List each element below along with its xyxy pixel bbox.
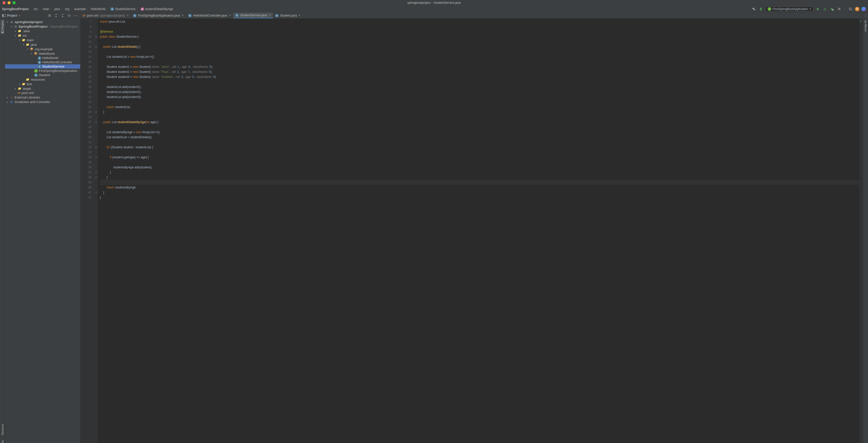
window-close-icon[interactable] — [2, 1, 5, 4]
right-tool-stripe: m Maven — [863, 19, 868, 443]
expand-all-icon[interactable] — [54, 13, 59, 18]
close-icon[interactable]: ✕ — [269, 13, 271, 17]
select-opened-file-icon[interactable] — [47, 13, 52, 18]
tree-node-selected: cStudentService — [5, 64, 80, 69]
java-class-icon: c — [133, 14, 136, 18]
tab-list-icon[interactable]: ⋮ — [863, 12, 868, 18]
tab-pom[interactable]: m pom.xml (springbootproject) ✕ — [81, 12, 131, 18]
svg-rect-15 — [1, 32, 3, 33]
svg-rect-16 — [1, 30, 3, 32]
svg-rect-11 — [3, 14, 5, 17]
svg-point-13 — [49, 15, 50, 16]
close-icon[interactable]: ✕ — [182, 14, 184, 17]
svg-point-14 — [68, 15, 70, 16]
code-with-me-icon[interactable] — [751, 6, 756, 11]
window-minimize-icon[interactable] — [7, 1, 10, 4]
structure-tool-button[interactable]: Structure — [1, 424, 4, 435]
project-tool-button[interactable]: Project — [0, 20, 4, 34]
svg-rect-7 — [838, 8, 840, 10]
avatar[interactable]: G — [855, 7, 860, 11]
java-class-icon: c — [188, 14, 192, 18]
left-tool-stripe: Project Structure ks — [0, 19, 5, 443]
maven-tool-button[interactable]: m Maven — [864, 20, 868, 33]
java-class-icon: c — [275, 14, 279, 18]
spring-icon — [768, 7, 771, 11]
close-icon[interactable]: ✕ — [229, 14, 231, 17]
stop-button[interactable] — [837, 6, 842, 11]
svg-rect-6 — [832, 9, 834, 10]
editor-tabs: m pom.xml (springbootproject) ✕ c FirstS… — [81, 12, 868, 18]
java-class-icon: c — [235, 13, 239, 17]
run-button[interactable] — [815, 6, 820, 11]
window-zoom-icon[interactable] — [12, 1, 16, 4]
svg-rect-10 — [2, 14, 3, 17]
debug-button[interactable] — [823, 6, 828, 11]
maven-icon: m — [83, 13, 86, 18]
breadcrumb[interactable]: SpringBootProject 〉 src 〉 main 〉 java 〉 … — [2, 7, 173, 11]
build-icon[interactable] — [758, 6, 763, 11]
close-icon[interactable]: ✕ — [126, 14, 129, 17]
tab-service[interactable]: c StudentService.java ✕ — [233, 12, 273, 18]
project-view-header[interactable]: Project ▾ — — [0, 12, 81, 18]
svg-line-9 — [851, 9, 852, 10]
gutter[interactable]: 7891011121314151617181920212223242526272… — [81, 19, 94, 443]
navigation-bar: SpringBootProject 〉 src 〉 main 〉 java 〉 … — [0, 5, 868, 12]
code-area[interactable]: import java.util.List; @Servicepublic cl… — [98, 19, 860, 443]
spring-icon — [34, 69, 38, 73]
hide-icon[interactable]: — — [73, 13, 78, 18]
svg-point-0 — [752, 8, 754, 9]
check-icon: ✔ — [860, 20, 862, 23]
gear-icon[interactable] — [67, 13, 72, 18]
tab-app[interactable]: c FirstSpringBootApplication.java ✕ — [131, 12, 186, 18]
ide-settings-icon[interactable] — [862, 7, 866, 11]
main-area: Project Structure ks ▾▤springbootproject… — [0, 19, 868, 443]
toolbar-row: Project ▾ — m pom.xml (springbootproject… — [0, 12, 868, 19]
run-configuration-select[interactable]: FirstSpringBootApplication ▾ — [765, 6, 813, 11]
project-tool-icon — [2, 14, 5, 18]
search-icon[interactable] — [848, 6, 853, 11]
editor[interactable]: 7891011121314151617181920212223242526272… — [81, 19, 863, 443]
chevron-down-icon[interactable]: ▾ — [19, 14, 20, 17]
run-with-coverage-icon[interactable] — [830, 6, 835, 11]
editor-inspection-strip[interactable]: ✔ — [860, 19, 863, 443]
window-title: springbootproject – StudentService.java — [407, 1, 461, 4]
bookmarks-tool-button[interactable]: ks — [1, 440, 4, 443]
tab-controller[interactable]: c HelloWorldController.java ✕ — [186, 12, 233, 18]
svg-point-1 — [754, 9, 755, 10]
collapse-all-icon[interactable] — [60, 13, 65, 18]
svg-point-2 — [824, 8, 826, 10]
close-icon[interactable]: ✕ — [298, 14, 301, 17]
titlebar: springbootproject – StudentService.java — [0, 0, 868, 5]
project-tree[interactable]: ▾▤springbootproject ▾▤SpringBootProject … — [5, 19, 81, 443]
svg-point-8 — [849, 8, 851, 10]
maven-icon: m — [18, 91, 21, 95]
tab-student[interactable]: c Student.java ✕ — [273, 12, 303, 18]
